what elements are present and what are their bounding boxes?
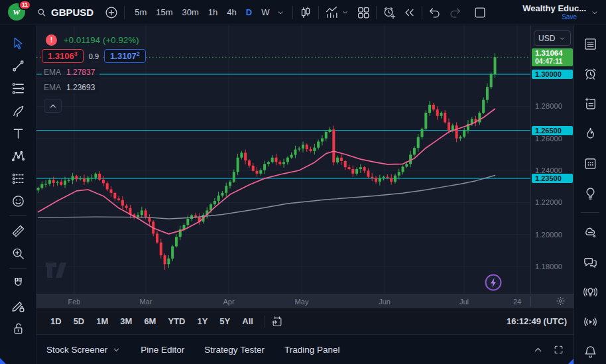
ema-fast-value: 1.27837: [66, 68, 95, 77]
candle-body: [87, 178, 90, 182]
timeframe-button-W[interactable]: W: [257, 3, 274, 23]
tool-forecast[interactable]: [6, 167, 30, 190]
redo-button[interactable]: [448, 3, 462, 23]
tool-lock-open[interactable]: [6, 317, 30, 339]
instant-order-badge[interactable]: [486, 275, 501, 290]
tool-emoji[interactable]: [6, 190, 30, 212]
time-axis[interactable]: FebMarAprMayJunJul24: [36, 294, 574, 308]
alerts-clock-icon: [583, 66, 598, 82]
candle-body: [94, 174, 97, 178]
tool-trend-line[interactable]: [6, 54, 30, 77]
range-button-1M[interactable]: 1M: [91, 314, 113, 329]
widget-hotlists-flame[interactable]: [579, 122, 601, 145]
panel-tab-trading-panel[interactable]: Trading Panel: [284, 345, 340, 355]
timeframe-button-1h[interactable]: 1h: [204, 3, 222, 23]
candle-body: [325, 132, 328, 139]
clock-utc[interactable]: 16:12:49 (UTC): [507, 316, 574, 326]
widget-calendar[interactable]: [579, 152, 601, 174]
tool-text-tool[interactable]: [6, 122, 30, 145]
range-button-All[interactable]: All: [237, 314, 258, 329]
tool-zoom-in[interactable]: [6, 242, 30, 265]
app-logo[interactable]: w 11: [8, 3, 27, 22]
save-label[interactable]: Save: [562, 13, 586, 21]
widget-ideas-bulb[interactable]: [579, 182, 601, 204]
chart-style-button[interactable]: [298, 3, 313, 23]
timeframe-button-D[interactable]: D: [241, 3, 257, 23]
undo-button[interactable]: [428, 3, 442, 23]
candle-body: [186, 219, 189, 225]
widget-live-streams[interactable]: [579, 310, 601, 333]
tool-brush[interactable]: [6, 99, 30, 122]
range-button-YTD[interactable]: YTD: [163, 314, 190, 329]
candle-body: [278, 162, 281, 164]
bar-countdown: 04:47:11: [535, 57, 570, 65]
time-axis-label: 24: [513, 298, 521, 306]
range-button-6M[interactable]: 6M: [139, 314, 160, 329]
widget-chat[interactable]: [579, 251, 601, 273]
price-tick: 1.22000: [535, 198, 562, 206]
indicator-legend-ema-fast[interactable]: EMA 1.27837: [42, 67, 99, 78]
indicators-button[interactable]: [324, 3, 339, 23]
candle-body: [351, 169, 354, 174]
timeframe-button-15m[interactable]: 15m: [151, 3, 177, 23]
widget-watchlist[interactable]: [579, 32, 601, 55]
panel-tab-pine-editor[interactable]: Pine Editor: [141, 345, 184, 355]
range-button-1D[interactable]: 1D: [46, 314, 66, 329]
timeframe-button-4h[interactable]: 4h: [222, 3, 241, 23]
save-layout-button[interactable]: [473, 3, 487, 23]
range-button-3M[interactable]: 3M: [115, 314, 137, 329]
time-axis-label: Jul: [459, 298, 469, 306]
create-alert-button[interactable]: [382, 3, 396, 23]
tool-xabcd-pattern[interactable]: [6, 145, 30, 167]
emoji-icon: [11, 194, 26, 209]
candle-body: [482, 100, 485, 113]
top-toolbar: w 11 GBPUSD 5m15m30m1h4hDW: [0, 0, 606, 25]
candle-body: [60, 182, 62, 184]
candle-body: [298, 149, 300, 150]
layout-name-menu[interactable]: Wealthy Educ... Save: [522, 4, 586, 21]
divider: [124, 6, 125, 19]
symbol-search-button[interactable]: GBPUSD: [36, 7, 93, 18]
tool-drawing-lock[interactable]: [6, 294, 30, 317]
panel-tab-strategy-tester[interactable]: Strategy Tester: [204, 345, 265, 355]
axis-settings-gear-icon[interactable]: [556, 296, 566, 307]
compare-add-button[interactable]: [104, 3, 119, 23]
bar-replay-button[interactable]: [402, 3, 416, 23]
notification-badge: 11: [19, 0, 31, 10]
widget-alerts-clock[interactable]: [579, 62, 601, 85]
legend-collapse-button[interactable]: [44, 99, 62, 113]
panel-maximize-button[interactable]: [553, 344, 564, 355]
timeframe-button-5m[interactable]: 5m: [130, 3, 151, 23]
candle-body: [141, 210, 143, 215]
divider: [265, 316, 265, 328]
layout-templates-button[interactable]: [356, 3, 371, 23]
widget-minds-cloud[interactable]: [579, 221, 601, 243]
widget-notifications-bell[interactable]: [579, 340, 601, 363]
timeframe-button-30m[interactable]: 30m: [178, 3, 204, 23]
go-to-date-button[interactable]: [271, 315, 284, 328]
currency-dropdown[interactable]: USD: [534, 30, 571, 46]
range-button-5Y[interactable]: 5Y: [215, 314, 235, 329]
panel-expand-button[interactable]: [532, 344, 544, 355]
chart-area: ! +0.01194 (+0.92%) 1.31063 0.9 1.31072 …: [36, 25, 574, 364]
range-button-5D[interactable]: 5D: [69, 314, 90, 329]
buy-ask-button[interactable]: 1.31072: [104, 49, 146, 63]
timeframe-menu-button[interactable]: [274, 3, 287, 23]
price-scale[interactable]: USD 1.280001.260001.240001.220001.200001…: [530, 25, 574, 294]
range-button-1Y[interactable]: 1Y: [192, 314, 212, 329]
tool-magnet[interactable]: [6, 272, 30, 294]
widget-ideas-stream[interactable]: [579, 280, 601, 303]
chat-icon: [583, 255, 598, 270]
tool-fib-retracement[interactable]: [6, 77, 30, 99]
tool-ruler[interactable]: [6, 219, 30, 242]
candle-body: [494, 57, 497, 74]
candle-body: [459, 137, 461, 138]
widget-journal-plus[interactable]: [579, 92, 601, 115]
tool-cursor[interactable]: [6, 32, 30, 54]
indicators-menu-button[interactable]: [339, 3, 351, 23]
panel-tab-stock-screener[interactable]: Stock Screener: [46, 345, 121, 355]
layout-menu-chevron[interactable]: [586, 3, 603, 23]
indicator-legend-ema-slow[interactable]: EMA 1.23693: [42, 82, 99, 93]
sell-bid-button[interactable]: 1.31063: [42, 49, 84, 63]
warning-icon[interactable]: !: [46, 34, 57, 46]
